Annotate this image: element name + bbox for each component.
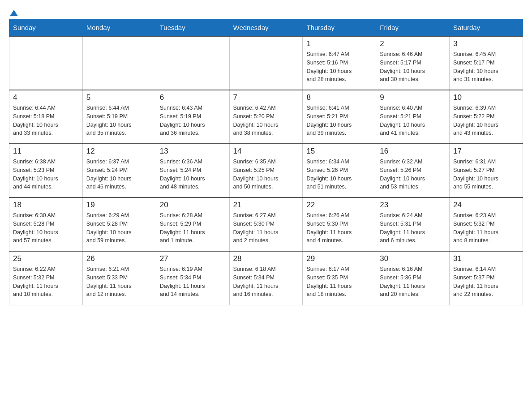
day-info: Sunrise: 6:22 AM Sunset: 5:32 PM Dayligh…: [13, 265, 79, 299]
day-info: Sunrise: 6:40 AM Sunset: 5:21 PM Dayligh…: [380, 104, 446, 137]
day-info: Sunrise: 6:18 AM Sunset: 5:34 PM Dayligh…: [233, 265, 299, 299]
day-number: 8: [306, 93, 372, 102]
header-wednesday: Wednesday: [229, 19, 303, 37]
day-number: 24: [453, 201, 519, 210]
day-number: 11: [13, 147, 79, 156]
day-info: Sunrise: 6:23 AM Sunset: 5:32 PM Dayligh…: [453, 211, 519, 245]
day-info: Sunrise: 6:17 AM Sunset: 5:35 PM Dayligh…: [306, 265, 372, 299]
day-cell-10-1-6: 10Sunrise: 6:39 AM Sunset: 5:22 PM Dayli…: [450, 90, 523, 144]
week-row-2: 4Sunrise: 6:44 AM Sunset: 5:18 PM Daylig…: [9, 90, 523, 144]
day-info: Sunrise: 6:44 AM Sunset: 5:18 PM Dayligh…: [13, 104, 79, 137]
day-info: Sunrise: 6:47 AM Sunset: 5:16 PM Dayligh…: [306, 50, 372, 84]
day-info: Sunrise: 6:45 AM Sunset: 5:17 PM Dayligh…: [453, 50, 519, 84]
day-info: Sunrise: 6:29 AM Sunset: 5:28 PM Dayligh…: [86, 211, 152, 245]
logo: [9, 9, 18, 14]
day-cell-7-1-3: 7Sunrise: 6:42 AM Sunset: 5:20 PM Daylig…: [229, 90, 303, 144]
day-cell-8-1-4: 8Sunrise: 6:41 AM Sunset: 5:21 PM Daylig…: [303, 90, 376, 144]
day-info: Sunrise: 6:27 AM Sunset: 5:30 PM Dayligh…: [233, 211, 299, 245]
day-info: Sunrise: 6:30 AM Sunset: 5:28 PM Dayligh…: [13, 211, 79, 245]
day-cell-21-3-3: 21Sunrise: 6:27 AM Sunset: 5:30 PM Dayli…: [229, 197, 303, 251]
day-number: 5: [86, 93, 152, 102]
day-number: 21: [233, 201, 299, 210]
day-cell-27-4-2: 27Sunrise: 6:19 AM Sunset: 5:34 PM Dayli…: [156, 251, 229, 305]
day-number: 29: [306, 254, 372, 263]
day-info: Sunrise: 6:34 AM Sunset: 5:26 PM Dayligh…: [306, 158, 372, 191]
day-cell-29-4-4: 29Sunrise: 6:17 AM Sunset: 5:35 PM Dayli…: [303, 251, 376, 305]
day-info: Sunrise: 6:36 AM Sunset: 5:24 PM Dayligh…: [160, 158, 226, 191]
day-number: 31: [453, 254, 519, 263]
day-cell-empty-0-0: [9, 36, 83, 90]
page-header: [9, 9, 523, 14]
day-cell-28-4-3: 28Sunrise: 6:18 AM Sunset: 5:34 PM Dayli…: [229, 251, 303, 305]
day-cell-26-4-1: 26Sunrise: 6:21 AM Sunset: 5:33 PM Dayli…: [82, 251, 156, 305]
day-cell-22-3-4: 22Sunrise: 6:26 AM Sunset: 5:30 PM Dayli…: [303, 197, 376, 251]
day-cell-17-2-6: 17Sunrise: 6:31 AM Sunset: 5:27 PM Dayli…: [450, 144, 523, 197]
calendar-body: 1Sunrise: 6:47 AM Sunset: 5:16 PM Daylig…: [9, 36, 523, 305]
day-cell-4-1-0: 4Sunrise: 6:44 AM Sunset: 5:18 PM Daylig…: [9, 90, 83, 144]
day-number: 3: [453, 39, 519, 48]
day-cell-5-1-1: 5Sunrise: 6:44 AM Sunset: 5:19 PM Daylig…: [82, 90, 156, 144]
day-number: 14: [233, 147, 299, 156]
day-cell-9-1-5: 9Sunrise: 6:40 AM Sunset: 5:21 PM Daylig…: [376, 90, 450, 144]
day-info: Sunrise: 6:44 AM Sunset: 5:19 PM Dayligh…: [86, 104, 152, 137]
day-cell-24-3-6: 24Sunrise: 6:23 AM Sunset: 5:32 PM Dayli…: [450, 197, 523, 251]
day-number: 20: [160, 201, 226, 210]
header-tuesday: Tuesday: [156, 19, 229, 37]
day-cell-18-3-0: 18Sunrise: 6:30 AM Sunset: 5:28 PM Dayli…: [9, 197, 83, 251]
day-number: 23: [380, 201, 446, 210]
day-cell-16-2-5: 16Sunrise: 6:32 AM Sunset: 5:26 PM Dayli…: [376, 144, 450, 197]
day-cell-25-4-0: 25Sunrise: 6:22 AM Sunset: 5:32 PM Dayli…: [9, 251, 83, 305]
day-number: 30: [380, 254, 446, 263]
day-cell-12-2-1: 12Sunrise: 6:37 AM Sunset: 5:24 PM Dayli…: [82, 144, 156, 197]
header-monday: Monday: [82, 19, 156, 37]
day-info: Sunrise: 6:43 AM Sunset: 5:19 PM Dayligh…: [160, 104, 226, 137]
day-cell-1-0-4: 1Sunrise: 6:47 AM Sunset: 5:16 PM Daylig…: [303, 36, 376, 90]
day-number: 1: [306, 39, 372, 48]
day-info: Sunrise: 6:21 AM Sunset: 5:33 PM Dayligh…: [86, 265, 152, 299]
day-number: 19: [86, 201, 152, 210]
svg-marker-0: [10, 10, 18, 16]
day-info: Sunrise: 6:28 AM Sunset: 5:29 PM Dayligh…: [160, 211, 226, 245]
week-row-5: 25Sunrise: 6:22 AM Sunset: 5:32 PM Dayli…: [9, 251, 523, 305]
logo-triangle-icon: [10, 9, 18, 17]
day-number: 15: [306, 147, 372, 156]
day-number: 6: [160, 93, 226, 102]
day-info: Sunrise: 6:24 AM Sunset: 5:31 PM Dayligh…: [380, 211, 446, 245]
day-number: 28: [233, 254, 299, 263]
day-info: Sunrise: 6:39 AM Sunset: 5:22 PM Dayligh…: [453, 104, 519, 137]
day-info: Sunrise: 6:31 AM Sunset: 5:27 PM Dayligh…: [453, 158, 519, 191]
header-friday: Friday: [376, 19, 450, 37]
day-cell-15-2-4: 15Sunrise: 6:34 AM Sunset: 5:26 PM Dayli…: [303, 144, 376, 197]
day-cell-empty-0-1: [82, 36, 156, 90]
day-cell-20-3-2: 20Sunrise: 6:28 AM Sunset: 5:29 PM Dayli…: [156, 197, 229, 251]
day-number: 16: [380, 147, 446, 156]
week-row-3: 11Sunrise: 6:38 AM Sunset: 5:23 PM Dayli…: [9, 144, 523, 197]
day-number: 9: [380, 93, 446, 102]
day-info: Sunrise: 6:46 AM Sunset: 5:17 PM Dayligh…: [380, 50, 446, 84]
day-info: Sunrise: 6:14 AM Sunset: 5:37 PM Dayligh…: [453, 265, 519, 299]
day-info: Sunrise: 6:32 AM Sunset: 5:26 PM Dayligh…: [380, 158, 446, 191]
day-info: Sunrise: 6:35 AM Sunset: 5:25 PM Dayligh…: [233, 158, 299, 191]
day-number: 4: [13, 93, 79, 102]
day-cell-empty-0-3: [229, 36, 303, 90]
header-sunday: Sunday: [9, 19, 83, 37]
day-number: 22: [306, 201, 372, 210]
day-cell-19-3-1: 19Sunrise: 6:29 AM Sunset: 5:28 PM Dayli…: [82, 197, 156, 251]
day-number: 18: [13, 201, 79, 210]
calendar-header: SundayMondayTuesdayWednesdayThursdayFrid…: [9, 19, 523, 37]
day-cell-14-2-3: 14Sunrise: 6:35 AM Sunset: 5:25 PM Dayli…: [229, 144, 303, 197]
day-info: Sunrise: 6:38 AM Sunset: 5:23 PM Dayligh…: [13, 158, 79, 191]
day-number: 27: [160, 254, 226, 263]
day-cell-11-2-0: 11Sunrise: 6:38 AM Sunset: 5:23 PM Dayli…: [9, 144, 83, 197]
week-row-4: 18Sunrise: 6:30 AM Sunset: 5:28 PM Dayli…: [9, 197, 523, 251]
calendar-table: SundayMondayTuesdayWednesdayThursdayFrid…: [9, 19, 523, 305]
day-info: Sunrise: 6:37 AM Sunset: 5:24 PM Dayligh…: [86, 158, 152, 191]
header-saturday: Saturday: [450, 19, 523, 37]
day-number: 13: [160, 147, 226, 156]
day-number: 10: [453, 93, 519, 102]
days-of-week-row: SundayMondayTuesdayWednesdayThursdayFrid…: [9, 19, 523, 37]
day-cell-31-4-6: 31Sunrise: 6:14 AM Sunset: 5:37 PM Dayli…: [450, 251, 523, 305]
day-info: Sunrise: 6:26 AM Sunset: 5:30 PM Dayligh…: [306, 211, 372, 245]
day-cell-2-0-5: 2Sunrise: 6:46 AM Sunset: 5:17 PM Daylig…: [376, 36, 450, 90]
day-cell-3-0-6: 3Sunrise: 6:45 AM Sunset: 5:17 PM Daylig…: [450, 36, 523, 90]
